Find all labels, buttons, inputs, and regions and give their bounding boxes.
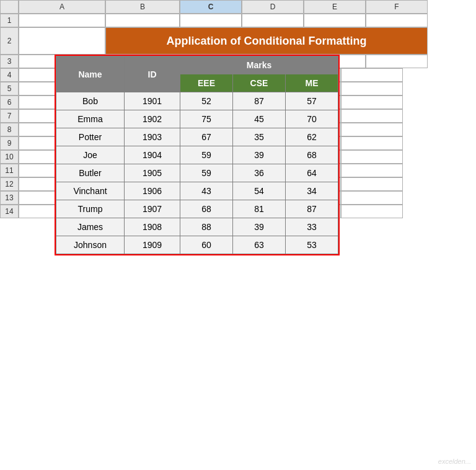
row-num-8: 8 [0, 123, 19, 136]
th-eee: EEE [180, 74, 233, 92]
corner-cell [0, 0, 19, 14]
cell-name[interactable]: Butler [56, 164, 125, 182]
table-row: Vinchant1906435434 [56, 182, 338, 200]
table-row: Potter1903673562 [56, 128, 338, 146]
cell-F3[interactable] [366, 55, 428, 68]
th-cse: CSE [233, 74, 286, 92]
cell-id[interactable]: 1906 [125, 182, 180, 200]
cell-id[interactable]: 1903 [125, 128, 180, 146]
cell-cse[interactable]: 39 [233, 146, 286, 164]
cell-name[interactable]: Johnson [56, 236, 125, 254]
th-id: ID [125, 56, 180, 92]
cell-eee[interactable]: 88 [180, 218, 233, 236]
row-num-13: 13 [0, 191, 19, 205]
table-row: Johnson1909606353 [56, 236, 338, 254]
cell-F4[interactable] [341, 68, 403, 82]
cell-me[interactable]: 62 [286, 128, 338, 146]
cell-eee[interactable]: 59 [180, 164, 233, 182]
watermark: excelden... [438, 458, 471, 465]
cell-name[interactable]: James [56, 218, 125, 236]
row-num-2: 2 [0, 27, 19, 55]
row-num-10: 10 [0, 150, 19, 164]
row-num-14: 14 [0, 205, 19, 218]
cell-A1[interactable] [19, 14, 105, 27]
cell-id[interactable]: 1904 [125, 146, 180, 164]
cell-cse[interactable]: 35 [233, 128, 286, 146]
cell-id[interactable]: 1909 [125, 236, 180, 254]
header-row-1: Name ID Marks [56, 56, 338, 74]
cell-name[interactable]: Trump [56, 200, 125, 218]
cell-name[interactable]: Bob [56, 92, 125, 110]
cell-F1[interactable] [366, 14, 428, 27]
col-header-C[interactable]: C [180, 0, 242, 14]
table-body: Bob1901528757Emma1902754570Potter1903673… [56, 92, 338, 254]
col-header-B[interactable]: B [105, 0, 180, 14]
cell-me[interactable]: 34 [286, 182, 338, 200]
cell-A2[interactable] [19, 27, 105, 55]
cell-D1[interactable] [242, 14, 304, 27]
th-me: ME [286, 74, 338, 92]
cell-eee[interactable]: 59 [180, 146, 233, 164]
cell-cse[interactable]: 54 [233, 182, 286, 200]
row-num-11: 11 [0, 164, 19, 177]
table-row: Emma1902754570 [56, 110, 338, 128]
cell-cse[interactable]: 87 [233, 92, 286, 110]
cell-eee[interactable]: 43 [180, 182, 233, 200]
row-num-5: 5 [0, 82, 19, 95]
cell-eee[interactable]: 67 [180, 128, 233, 146]
col-header-F[interactable]: F [366, 0, 428, 14]
cell-cse[interactable]: 36 [233, 164, 286, 182]
row-num-6: 6 [0, 95, 19, 109]
cell-name[interactable]: Joe [56, 146, 125, 164]
row-num-7: 7 [0, 109, 19, 123]
data-table: Name ID Marks EEE CSE ME Bob1901528757Em… [56, 56, 338, 254]
cell-me[interactable]: 70 [286, 110, 338, 128]
cell-B1[interactable] [105, 14, 180, 27]
cell-id[interactable]: 1905 [125, 164, 180, 182]
cell-id[interactable]: 1902 [125, 110, 180, 128]
table-row: Trump1907688187 [56, 200, 338, 218]
data-table-container: Name ID Marks EEE CSE ME Bob1901528757Em… [55, 55, 340, 255]
cell-me[interactable]: 53 [286, 236, 338, 254]
row-num-1: 1 [0, 14, 19, 27]
cell-me[interactable]: 57 [286, 92, 338, 110]
cell-cse[interactable]: 45 [233, 110, 286, 128]
cell-cse[interactable]: 81 [233, 200, 286, 218]
row-num-9: 9 [0, 136, 19, 150]
cell-E1[interactable] [304, 14, 366, 27]
cell-eee[interactable]: 52 [180, 92, 233, 110]
cell-cse[interactable]: 63 [233, 236, 286, 254]
grid-row-2: 2 Application of Conditional Formatting [0, 27, 476, 55]
table-row: Butler1905593664 [56, 164, 338, 182]
row-num-3: 3 [0, 55, 19, 68]
cell-eee[interactable]: 60 [180, 236, 233, 254]
col-header-A: A [19, 0, 105, 14]
cell-me[interactable]: 68 [286, 146, 338, 164]
row-num-4: 4 [0, 68, 19, 82]
table-row: Bob1901528757 [56, 92, 338, 110]
spreadsheet: A B C D E F 1 2 Application of Condition… [0, 0, 476, 470]
cell-eee[interactable]: 75 [180, 110, 233, 128]
th-marks: Marks [180, 56, 338, 74]
cell-eee[interactable]: 68 [180, 200, 233, 218]
cell-name[interactable]: Vinchant [56, 182, 125, 200]
col-header-D[interactable]: D [242, 0, 304, 14]
cell-C1[interactable] [180, 14, 242, 27]
cell-me[interactable]: 33 [286, 218, 338, 236]
table-row: Joe1904593968 [56, 146, 338, 164]
cell-name[interactable]: Emma [56, 110, 125, 128]
cell-name[interactable]: Potter [56, 128, 125, 146]
cell-id[interactable]: 1901 [125, 92, 180, 110]
cell-cse[interactable]: 39 [233, 218, 286, 236]
col-header-E[interactable]: E [304, 0, 366, 14]
row-num-12: 12 [0, 177, 19, 191]
th-name: Name [56, 56, 125, 92]
cell-me[interactable]: 87 [286, 200, 338, 218]
title-cell: Application of Conditional Formatting [105, 27, 428, 55]
cell-me[interactable]: 64 [286, 164, 338, 182]
table-row: James1908883933 [56, 218, 338, 236]
cell-id[interactable]: 1908 [125, 218, 180, 236]
cell-id[interactable]: 1907 [125, 200, 180, 218]
grid-row-1: 1 [0, 14, 476, 27]
column-header-strip: A B C D E F [0, 0, 476, 14]
